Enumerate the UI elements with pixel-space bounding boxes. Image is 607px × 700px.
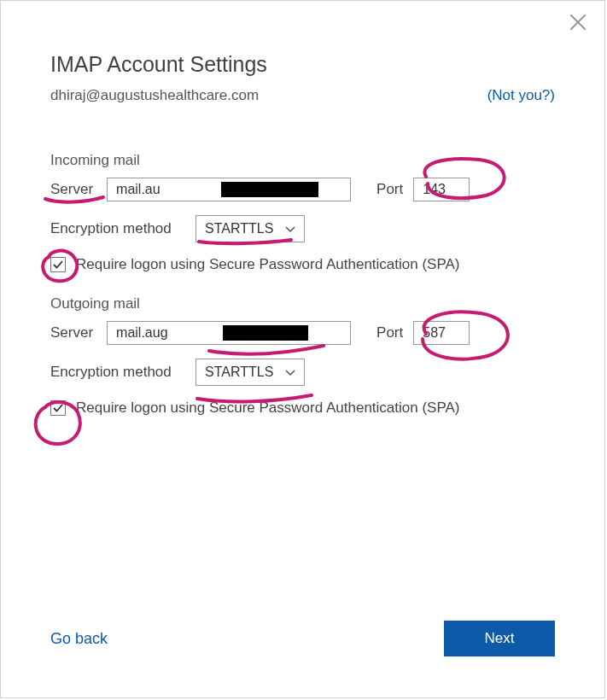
checkmark-icon: [52, 402, 64, 414]
incoming-encryption-row: Encryption method STARTTLS: [50, 215, 555, 242]
incoming-server-row: Server Port: [50, 178, 555, 201]
incoming-encryption-value: STARTTLS: [205, 221, 280, 236]
go-back-link[interactable]: Go back: [50, 630, 108, 648]
outgoing-encryption-row: Encryption method STARTTLS: [50, 359, 555, 386]
incoming-section-label: Incoming mail: [50, 152, 555, 169]
outgoing-section-label: Outgoing mail: [50, 295, 555, 312]
outgoing-encryption-dropdown[interactable]: STARTTLS: [196, 359, 305, 386]
close-button[interactable]: [567, 11, 589, 33]
redaction: [223, 325, 308, 341]
incoming-server-label: Server: [50, 181, 93, 198]
chevron-down-icon: [285, 365, 295, 380]
annotation-overlay: [1, 1, 606, 699]
imap-settings-dialog: IMAP Account Settings dhiraj@augustushea…: [0, 0, 605, 698]
checkmark-icon: [52, 259, 64, 271]
outgoing-spa-checkbox[interactable]: [50, 400, 66, 416]
incoming-spa-label: Require logon using Secure Password Auth…: [76, 256, 460, 273]
outgoing-server-label: Server: [50, 324, 93, 341]
incoming-spa-checkbox[interactable]: [50, 257, 66, 272]
incoming-port-input[interactable]: [413, 178, 470, 201]
outgoing-spa-row: Require logon using Secure Password Auth…: [50, 400, 555, 417]
redaction: [221, 182, 318, 197]
outgoing-spa-label: Require logon using Secure Password Auth…: [76, 400, 460, 417]
not-you-link[interactable]: (Not you?): [487, 87, 555, 104]
outgoing-port-input[interactable]: [413, 321, 470, 345]
close-icon: [567, 11, 589, 33]
chevron-down-icon: [285, 221, 295, 236]
incoming-spa-row: Require logon using Secure Password Auth…: [50, 256, 555, 273]
dialog-footer: Go back Next: [50, 621, 555, 656]
outgoing-server-row: Server Port: [50, 321, 555, 345]
outgoing-encryption-value: STARTTLS: [205, 365, 280, 380]
account-email: dhiraj@augustushealthcare.com: [50, 87, 259, 104]
incoming-encryption-label: Encryption method: [50, 220, 182, 237]
incoming-encryption-dropdown[interactable]: STARTTLS: [196, 215, 305, 242]
outgoing-encryption-label: Encryption method: [50, 364, 182, 381]
page-title: IMAP Account Settings: [50, 52, 555, 77]
incoming-port-label: Port: [376, 181, 403, 198]
subtitle-row: dhiraj@augustushealthcare.com (Not you?): [50, 87, 555, 104]
next-button[interactable]: Next: [444, 621, 555, 656]
outgoing-port-label: Port: [376, 324, 403, 341]
